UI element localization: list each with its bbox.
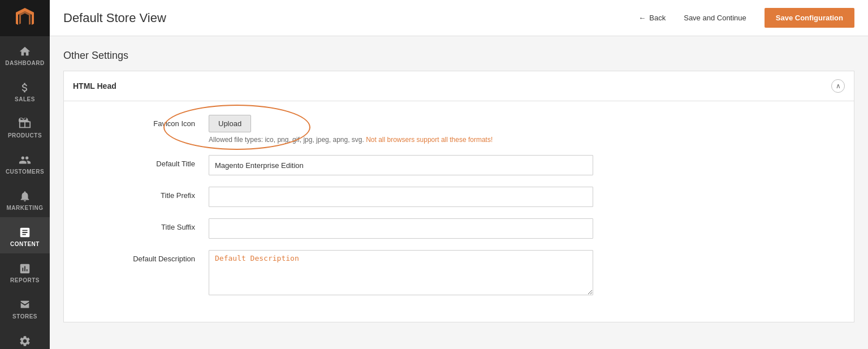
sidebar-logo[interactable] <box>0 0 50 36</box>
panel-header-title: HTML Head <box>73 81 116 91</box>
default-description-field: Default Description <box>209 250 593 297</box>
title-suffix-input[interactable] <box>209 218 593 239</box>
default-title-label: Default Title <box>82 155 195 168</box>
sidebar-item-products[interactable]: PRODUCTS <box>0 109 50 145</box>
sidebar-item-sales[interactable]: SALES <box>0 72 50 109</box>
favicon-help-highlight: Not all browsers support all these forma… <box>366 136 493 144</box>
sidebar-item-marketing[interactable]: MARKETING <box>0 181 50 217</box>
sidebar-item-system[interactable]: SYSTEM <box>0 326 50 349</box>
sidebar-item-label: MARKETING <box>6 205 43 211</box>
panel-collapse-button[interactable]: ∧ <box>831 79 845 93</box>
back-arrow-icon: ← <box>638 14 646 22</box>
default-title-input[interactable] <box>209 155 593 175</box>
back-label: Back <box>649 14 666 22</box>
save-configuration-button[interactable]: Save Configuration <box>765 8 854 28</box>
sidebar-item-reports[interactable]: REPORTS <box>0 253 50 290</box>
sidebar-item-stores[interactable]: STORES <box>0 290 50 326</box>
title-suffix-label: Title Suffix <box>82 218 195 231</box>
section-title: Other Settings <box>63 50 854 62</box>
favicon-label: Favicon Icon <box>82 115 195 128</box>
page-header: Default Store View ← Back Save and Conti… <box>50 0 868 36</box>
upload-button[interactable]: Upload <box>209 115 251 132</box>
html-head-panel: HTML Head ∧ Favicon Icon Upload <box>63 71 854 322</box>
default-description-input[interactable]: Default Description <box>209 250 593 295</box>
sidebar-item-label: CONTENT <box>10 241 40 247</box>
default-title-row: Default Title <box>82 155 836 175</box>
title-suffix-field <box>209 218 593 239</box>
back-button[interactable]: ← Back <box>638 14 666 22</box>
title-suffix-row: Title Suffix <box>82 218 836 239</box>
sidebar-item-label: DASHBOARD <box>5 60 45 66</box>
sidebar-item-label: STORES <box>12 313 37 320</box>
sidebar-item-label: PRODUCTS <box>8 132 42 139</box>
sidebar-item-content[interactable]: CONTENT <box>0 217 50 253</box>
favicon-area: Upload <box>209 115 593 132</box>
sidebar-item-customers[interactable]: CUSTOMERS <box>0 145 50 181</box>
page-title: Default Store View <box>63 11 629 25</box>
default-description-row: Default Description Default Description <box>82 250 836 297</box>
save-continue-button[interactable]: Save and Continue <box>675 9 755 27</box>
main-area: Default Store View ← Back Save and Conti… <box>50 0 868 349</box>
title-prefix-field <box>209 187 593 207</box>
sidebar: DASHBOARD SALES PRODUCTS CUSTOMERS MARKE… <box>0 0 50 349</box>
favicon-wrapper: Upload <box>209 115 593 132</box>
favicon-row: Favicon Icon Upload Allowed file types: … <box>82 115 836 144</box>
default-title-field <box>209 155 593 175</box>
panel-header[interactable]: HTML Head ∧ <box>64 71 854 101</box>
sidebar-item-label: CUSTOMERS <box>6 169 44 175</box>
panel-body: Favicon Icon Upload Allowed file types: … <box>64 101 854 322</box>
content-area: Other Settings HTML Head ∧ Favicon Icon … <box>50 36 868 349</box>
sidebar-item-label: REPORTS <box>10 277 40 283</box>
sidebar-item-dashboard[interactable]: DASHBOARD <box>0 36 50 72</box>
favicon-field: Upload Allowed file types: ico, png, gif… <box>209 115 593 144</box>
default-description-label: Default Description <box>82 250 195 263</box>
title-prefix-label: Title Prefix <box>82 187 195 200</box>
title-prefix-row: Title Prefix <box>82 187 836 207</box>
favicon-help-text: Allowed file types: ico, png, gif, jpg, … <box>209 136 593 144</box>
title-prefix-input[interactable] <box>209 187 593 207</box>
sidebar-item-label: SALES <box>15 96 35 102</box>
